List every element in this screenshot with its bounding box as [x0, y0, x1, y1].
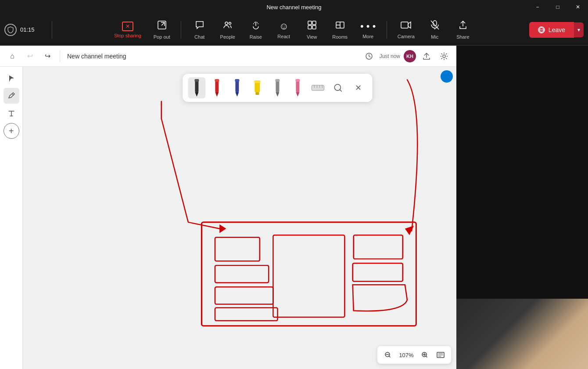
leave-chevron-button[interactable]: ▾: [574, 22, 584, 37]
share-whiteboard-button[interactable]: [419, 49, 434, 63]
stop-sharing-button[interactable]: Stop sharing: [109, 19, 147, 41]
svg-marker-27: [276, 92, 279, 97]
zoom-out-button[interactable]: [382, 349, 394, 361]
meeting-timer: 01:15: [4, 24, 48, 36]
title-bar: New channel meeting − □ ✕: [0, 0, 588, 14]
leave-button[interactable]: Leave: [529, 22, 574, 38]
pop-out-icon: [157, 20, 167, 33]
svg-point-13: [443, 55, 445, 58]
close-button[interactable]: ✕: [568, 0, 588, 14]
svg-rect-6: [312, 25, 316, 29]
fit-screen-button[interactable]: [434, 349, 447, 361]
share-label: Share: [456, 34, 469, 40]
toolbar-divider-1: [52, 21, 52, 39]
svg-rect-47: [353, 263, 403, 281]
palette-blue-pen[interactable]: [228, 77, 246, 98]
svg-rect-26: [276, 80, 279, 92]
palette-ruler[interactable]: [309, 77, 326, 98]
whiteboard-drawing: [23, 67, 456, 369]
react-button[interactable]: ☺ React: [271, 18, 297, 42]
header-divider: [60, 50, 60, 62]
zoom-controls: 107%: [377, 346, 451, 364]
left-tools-panel: +: [0, 67, 23, 369]
camera-label: Camera: [398, 34, 415, 39]
add-tool[interactable]: +: [4, 123, 19, 139]
share-button[interactable]: Share: [450, 18, 476, 42]
text-tool[interactable]: [4, 105, 19, 121]
stop-sharing-label: Stop sharing: [114, 33, 141, 38]
svg-marker-38: [219, 224, 226, 233]
whiteboard-main: ⌂ ↩ ↪ New channel meeting Just now KH: [0, 46, 456, 369]
svg-rect-45: [273, 235, 344, 317]
whiteboard-canvas[interactable]: ✕: [23, 67, 456, 369]
rooms-button[interactable]: Rooms: [327, 18, 353, 42]
raise-label: Raise: [250, 34, 262, 40]
svg-rect-5: [308, 25, 312, 29]
svg-rect-3: [308, 21, 312, 25]
svg-marker-39: [405, 226, 414, 235]
palette-yellow-highlighter[interactable]: [248, 77, 266, 98]
palette-black-pen[interactable]: [188, 77, 205, 98]
mic-button[interactable]: Mic: [422, 18, 448, 42]
palette-close-button[interactable]: ✕: [349, 77, 367, 98]
whiteboard-container: ⌂ ↩ ↪ New channel meeting Just now KH: [0, 46, 588, 369]
meeting-toolbar: 01:15 Stop sharing Pop out: [0, 14, 588, 46]
svg-rect-24: [255, 92, 259, 95]
window-title: New channel meeting: [266, 4, 321, 11]
whiteboard-title: New channel meeting: [65, 53, 359, 60]
zoom-level: 107%: [398, 352, 415, 358]
chat-button[interactable]: Chat: [186, 18, 213, 42]
toolbar-divider-2: [181, 21, 181, 39]
svg-marker-18: [215, 92, 219, 97]
svg-rect-44: [215, 308, 278, 320]
select-tool[interactable]: [4, 70, 19, 86]
maximize-button[interactable]: □: [548, 0, 568, 14]
palette-gray-pen[interactable]: [269, 77, 286, 98]
toolbar-divider-3: [387, 21, 387, 39]
palette-pink-pen[interactable]: [289, 77, 306, 98]
more-button[interactable]: • • • More: [355, 18, 381, 42]
svg-rect-4: [312, 21, 316, 25]
tool-palette: ✕: [183, 74, 372, 102]
undo-button[interactable]: ↩: [23, 49, 37, 63]
whiteboard-header-right: Just now KH: [362, 49, 451, 63]
react-label: React: [277, 34, 290, 39]
svg-rect-17: [215, 80, 219, 92]
svg-rect-8: [401, 22, 408, 28]
chat-label: Chat: [194, 34, 204, 40]
svg-point-1: [225, 22, 228, 25]
people-label: People: [220, 34, 235, 40]
mic-label: Mic: [431, 34, 438, 40]
window-controls: − □ ✕: [527, 0, 588, 14]
svg-rect-22: [235, 79, 239, 82]
right-panel: [456, 46, 588, 369]
more-icon: • • •: [360, 21, 376, 32]
palette-eraser[interactable]: [329, 77, 347, 98]
svg-rect-20: [235, 80, 239, 92]
pen-tool[interactable]: [4, 88, 19, 104]
pop-out-label: Pop out: [154, 34, 170, 40]
leave-label: Leave: [549, 26, 565, 33]
svg-marker-15: [195, 92, 198, 97]
minimize-button[interactable]: −: [527, 0, 548, 14]
raise-button[interactable]: Raise: [243, 18, 269, 42]
svg-rect-42: [215, 265, 269, 282]
camera-button[interactable]: Camera: [392, 18, 420, 42]
whiteboard-timestamp: Just now: [380, 53, 400, 59]
video-placeholder: [456, 46, 588, 299]
timer-display: 01:15: [20, 26, 35, 33]
svg-rect-29: [296, 80, 299, 92]
redo-button[interactable]: ↪: [40, 49, 54, 63]
view-button[interactable]: View: [299, 18, 325, 42]
zoom-in-button[interactable]: [419, 349, 431, 361]
pop-out-button[interactable]: Pop out: [148, 18, 176, 42]
home-button[interactable]: ⌂: [5, 49, 19, 63]
toolbar-center: Stop sharing Pop out Chat: [56, 18, 529, 42]
settings-button[interactable]: [437, 49, 451, 63]
timer-icon: [362, 49, 376, 63]
svg-rect-31: [295, 79, 300, 82]
svg-rect-46: [354, 235, 403, 259]
svg-rect-25: [254, 80, 260, 83]
palette-red-pen[interactable]: [208, 77, 226, 98]
people-button[interactable]: People: [215, 18, 241, 42]
